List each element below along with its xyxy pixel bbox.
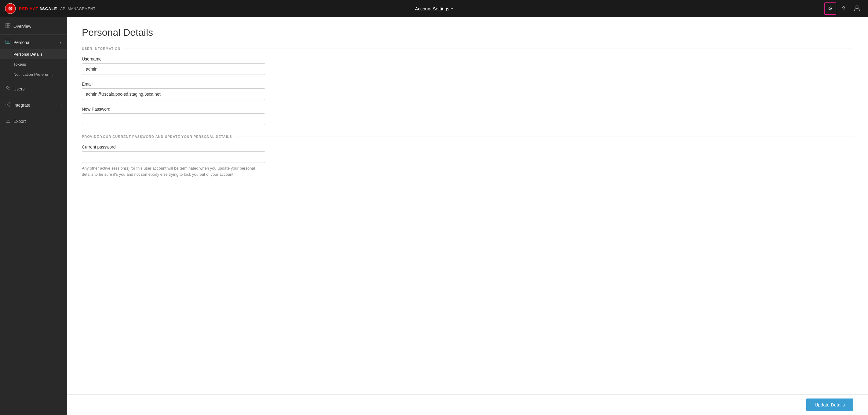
current-password-section-label: PROVIDE YOUR CURRENT PASSWORD AND UPDATE… [82, 135, 853, 139]
brand-text: RED HAT 3SCALE API MANAGEMENT [19, 6, 96, 11]
sidebar-item-overview[interactable]: Overview [0, 20, 67, 33]
svg-point-4 [856, 6, 858, 8]
main-content: Personal Details USER INFORMATION Userna… [67, 17, 868, 415]
users-chevron-icon: › [60, 87, 62, 91]
update-details-button[interactable]: Update Details [806, 398, 853, 411]
svg-point-14 [6, 104, 7, 105]
integrate-icon [5, 102, 10, 108]
email-input[interactable] [82, 88, 265, 100]
account-settings-chevron-icon: ▾ [451, 6, 453, 11]
email-form-group: Email [82, 82, 853, 100]
svg-line-17 [7, 103, 9, 105]
current-password-help-text: Any other active session(s) for this use… [82, 165, 265, 177]
notification-label: Notification Preferen... [13, 72, 53, 77]
sidebar-divider-2 [0, 81, 67, 81]
email-label: Email [82, 82, 853, 87]
export-label: Export [13, 119, 26, 124]
svg-line-18 [7, 105, 9, 106]
current-password-input[interactable] [82, 151, 265, 163]
svg-point-16 [9, 105, 10, 106]
top-navigation: RED HAT 3SCALE API MANAGEMENT Account Se… [0, 0, 868, 17]
overview-icon [5, 23, 10, 29]
user-icon [854, 5, 860, 13]
tokens-label: Tokens [13, 62, 26, 67]
brand-api-label: API MANAGEMENT [60, 7, 96, 11]
new-password-form-group: New Password [82, 107, 853, 125]
gear-icon: ⚙ [828, 5, 833, 12]
svg-rect-7 [6, 26, 8, 28]
users-label: Users [13, 87, 25, 91]
sidebar-divider-3 [0, 97, 67, 97]
export-icon [5, 118, 10, 124]
svg-rect-8 [8, 26, 10, 28]
svg-point-3 [10, 8, 11, 9]
topnav-right-actions: ⚙ ? [824, 2, 863, 15]
account-settings-label: Account Settings [415, 6, 450, 11]
sidebar-item-notification[interactable]: Notification Preferen... [0, 69, 67, 80]
user-button[interactable] [851, 2, 863, 15]
sidebar-item-users[interactable]: Users › [0, 82, 67, 96]
personal-details-label: Personal Details [13, 52, 42, 57]
current-password-label: Current password [82, 145, 853, 149]
users-icon [5, 86, 10, 92]
username-label: Username [82, 57, 853, 61]
brand-3scale-label: 3SCALE [40, 6, 57, 11]
help-icon: ? [842, 5, 845, 12]
sidebar-item-export[interactable]: Export [0, 115, 67, 128]
svg-point-13 [8, 87, 10, 88]
personal-label: Personal [13, 40, 30, 45]
bottom-spacer [82, 184, 853, 208]
account-settings-menu[interactable]: Account Settings ▾ [415, 6, 453, 11]
brand-logo-area: RED HAT 3SCALE API MANAGEMENT [5, 3, 96, 14]
app-layout: Overview Personal ▾ Personal Details Tok… [0, 17, 868, 415]
svg-rect-9 [6, 40, 10, 44]
sidebar: Overview Personal ▾ Personal Details Tok… [0, 17, 67, 415]
integrate-label: Integrate [13, 103, 30, 108]
username-input[interactable] [82, 63, 265, 75]
sidebar-item-personal-details[interactable]: Personal Details [0, 49, 67, 59]
new-password-input[interactable] [82, 113, 265, 125]
sidebar-divider-4 [0, 113, 67, 113]
current-password-form-group: Current password Any other active sessio… [82, 145, 853, 177]
sidebar-item-integrate[interactable]: Integrate › [0, 98, 67, 112]
personal-chevron-icon: ▾ [60, 41, 62, 45]
new-password-label: New Password [82, 107, 853, 112]
page-title: Personal Details [82, 27, 853, 38]
redhat-logo-icon [5, 3, 16, 14]
personal-icon [5, 39, 10, 46]
help-button[interactable]: ? [837, 2, 850, 15]
bottom-action-bar: Update Details [67, 394, 868, 415]
svg-rect-6 [8, 24, 10, 25]
sidebar-overview-label: Overview [13, 24, 31, 29]
username-form-group: Username [82, 57, 853, 75]
svg-rect-5 [6, 24, 8, 25]
svg-point-12 [6, 87, 8, 88]
brand-redhat-label: RED HAT [19, 6, 38, 11]
user-info-section-label: USER INFORMATION [82, 47, 853, 51]
sidebar-item-tokens[interactable]: Tokens [0, 59, 67, 69]
settings-button[interactable]: ⚙ [824, 2, 836, 15]
svg-point-15 [9, 103, 10, 104]
sidebar-item-personal[interactable]: Personal ▾ [0, 36, 67, 49]
integrate-chevron-icon: › [60, 103, 62, 107]
